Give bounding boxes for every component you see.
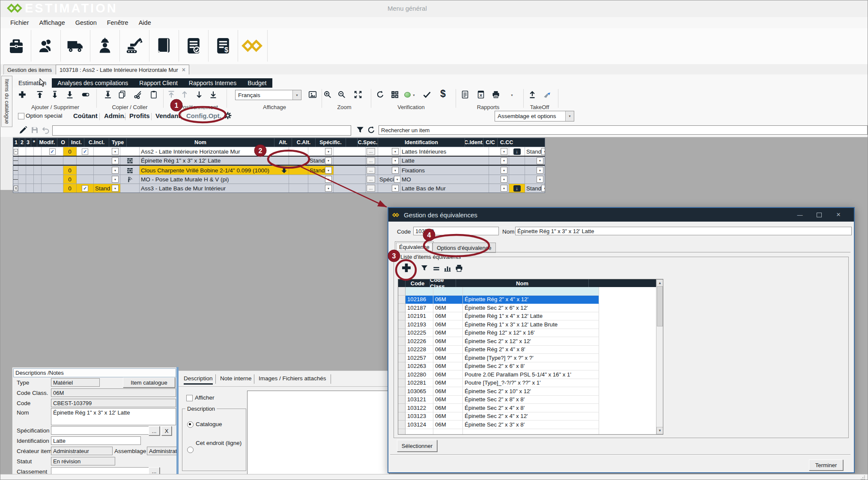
chevron-down-icon[interactable] [292, 90, 301, 100]
col-nom[interactable]: Nom [127, 138, 274, 147]
copy-icon[interactable] [117, 90, 127, 99]
col-calt[interactable]: C.Alt. [292, 138, 316, 147]
scrollbar-thumb[interactable] [657, 286, 663, 326]
equivalence-row[interactable]: 10222506MÉpinette Rég 12" x 12" x 16' [398, 329, 663, 338]
move-down-underline-icon[interactable] [65, 90, 75, 99]
ribbon-tab-estimation[interactable]: Estimation [13, 78, 52, 88]
col-ccc[interactable]: C.CC [498, 138, 516, 147]
ccc-dropdown[interactable] [537, 157, 543, 164]
ribbon-tab-analyses[interactable]: Analyses des compilations [52, 78, 134, 88]
option-special-checkbox[interactable] [18, 113, 24, 119]
col-star[interactable]: * [31, 138, 37, 147]
equivalence-row[interactable]: 10312106MÉpinette Sec 2" x 8" x 8' [398, 396, 663, 404]
view-mode-select[interactable]: Assemblage et options [495, 111, 574, 121]
col-code-class[interactable]: Code Class. [430, 279, 456, 287]
gear-icon[interactable] [224, 111, 232, 120]
col-identification[interactable]: Identification [378, 138, 465, 147]
item-edit-input[interactable] [52, 125, 351, 136]
toolbox-icon[interactable] [2, 30, 31, 62]
scroll-down-icon[interactable]: ▼ [656, 427, 663, 434]
scroll-up-icon[interactable]: ▲ [656, 279, 663, 287]
move-down-icon[interactable] [194, 90, 204, 99]
move-top-icon-disabled[interactable] [167, 90, 176, 99]
grid-row-clous[interactable]: 0 Clous Charpente Vrillé Bobine 2-1/4" 0… [13, 166, 545, 175]
selectionner-button[interactable]: Sélectionner [397, 440, 437, 452]
admin-button[interactable]: Admin. [104, 112, 126, 119]
tab-images-fichiers[interactable]: Images / Fichiers attachés [259, 375, 326, 382]
minimize-icon[interactable]: — [793, 210, 807, 220]
calt-dropdown[interactable] [325, 185, 332, 192]
cident-dropdown[interactable] [501, 176, 507, 183]
cut-scissors-icon[interactable] [133, 90, 143, 99]
specific-browse-button[interactable] [367, 148, 375, 155]
specific-browse-button[interactable] [367, 185, 375, 192]
col-cc[interactable]: C/C [483, 138, 498, 147]
col-nom[interactable]: Nom [456, 279, 589, 287]
cspec-dropdown[interactable] [394, 176, 400, 183]
suppliers-truck-icon[interactable] [61, 30, 90, 62]
save-floppy-icon-disabled[interactable] [30, 125, 39, 135]
equivalence-row[interactable]: 10225706MÉpinette [Type?] ?" x ?" x ?' [398, 354, 663, 362]
recalculate-refresh-icon[interactable] [376, 90, 385, 99]
equivalence-row[interactable]: 10222606MÉpinette Sec 2" x 12" x 12' [398, 337, 663, 346]
tab-note-interne[interactable]: Note interne [220, 375, 252, 382]
modif-checkbox[interactable] [49, 148, 56, 155]
tab-options-equivalence[interactable]: Options d'équivalence [433, 243, 496, 253]
printer-icon[interactable] [454, 264, 464, 273]
menu-aide[interactable]: Aide [139, 19, 151, 26]
resize-grip-icon[interactable] [860, 475, 865, 480]
import-down-icon[interactable] [103, 90, 113, 99]
afficher-checkbox[interactable] [186, 395, 193, 401]
col-specific[interactable]: Spécific. [316, 138, 346, 147]
move-bottom-icon[interactable] [209, 90, 218, 99]
cincl-dropdown[interactable] [112, 157, 119, 164]
equivalence-row[interactable]: 10218706MÉpinette Sec 2" x 6" x 12' [398, 304, 663, 312]
nom-field[interactable]: Épinette Rég 1" x 3" x 12' Latte [51, 408, 176, 425]
move-up-icon-disabled[interactable] [180, 90, 189, 99]
status-green-dot-icon[interactable] [404, 92, 411, 98]
col-cident[interactable]: C.Ident. [465, 138, 483, 147]
insert-below-icon[interactable] [50, 90, 60, 99]
equipment-excavator-icon[interactable] [120, 30, 149, 62]
col-2[interactable]: 2 [19, 138, 25, 147]
cincl-dropdown[interactable] [112, 176, 119, 183]
cident-dropdown[interactable] [501, 157, 507, 164]
chevron-down-icon[interactable]: ▼ [510, 94, 513, 97]
cspec-dropdown[interactable] [392, 157, 399, 164]
dialog-code-field[interactable]: 103799 [413, 227, 499, 235]
image-view-icon[interactable] [307, 90, 318, 99]
cincl-dropdown[interactable] [112, 148, 119, 155]
add-item-icon[interactable] [18, 90, 27, 99]
add-equivalence-button[interactable] [400, 262, 412, 274]
specific-browse-button[interactable] [367, 157, 375, 164]
zoom-out-icon[interactable] [337, 90, 346, 99]
estimate-check-document-icon[interactable] [179, 30, 209, 62]
equivalence-row[interactable]: 10226306MÉpinette Sec 2" x 6" x 8' [398, 362, 663, 371]
col-dots[interactable] [346, 138, 358, 147]
excel-export-icon[interactable]: X [476, 90, 486, 99]
radio-cet-endroit[interactable] [187, 447, 194, 453]
clients-icon[interactable] [31, 30, 61, 62]
grid-row-ass3[interactable]: 0 Stand Ass3 - Latte Bas de Mur Intérieu… [13, 184, 545, 193]
specific-browse-button[interactable] [367, 167, 375, 174]
profits-button[interactable]: Profits [129, 112, 150, 119]
equivalence-row[interactable]: 10219306MÉpinette Rég 1" x 3" x 12' Latt… [398, 320, 663, 329]
specific-browse-button[interactable] [367, 176, 375, 183]
specification-field[interactable] [51, 426, 150, 435]
col-incl[interactable]: Incl. [69, 138, 84, 147]
equivalence-row[interactable]: 10218606MÉpinette Rég 2" x 4" x 12' [398, 296, 663, 304]
grid-row-ass2[interactable]: 0 Ass2 - Latte Intérieure Horizontale Mu… [13, 147, 545, 156]
close-icon[interactable]: × [832, 210, 845, 220]
search-input[interactable] [379, 125, 868, 135]
report-document-icon[interactable] [460, 90, 470, 99]
ribbon-tab-rapport-client[interactable]: Rapport Client [134, 78, 183, 88]
coutant-button[interactable]: Coûtant [73, 112, 98, 119]
close-tab-icon[interactable] [182, 66, 185, 73]
bar-chart-icon[interactable] [443, 264, 452, 273]
ribbon-tab-budget[interactable]: Budget [242, 78, 272, 88]
cincl-dropdown[interactable] [112, 167, 119, 174]
specification-clear-button[interactable]: X [161, 426, 172, 436]
specification-browse-button[interactable]: ... [149, 426, 160, 436]
cc-download-icon[interactable]: ↓ [513, 185, 521, 192]
add-assembly-up-icon[interactable] [35, 90, 45, 99]
